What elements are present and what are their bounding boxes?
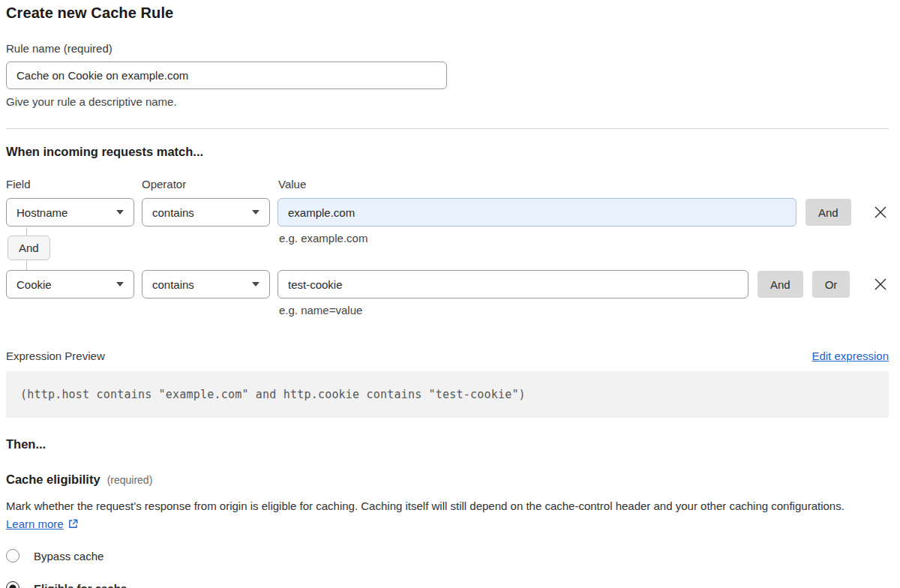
field-select-value: Hostname <box>16 206 68 219</box>
and-condition-button[interactable]: And <box>758 271 803 298</box>
chevron-down-icon <box>116 210 124 214</box>
edit-expression-link[interactable]: Edit expression <box>812 350 889 362</box>
remove-condition-button[interactable] <box>872 204 889 220</box>
cache-eligibility-heading: Cache eligibility <box>6 472 100 487</box>
value-input[interactable] <box>278 270 748 298</box>
match-heading: When incoming requests match... <box>6 145 889 159</box>
field-select[interactable]: Hostname <box>6 198 134 226</box>
then-heading: Then... <box>6 437 889 452</box>
expression-preview-header: Expression Preview Edit expression <box>6 350 889 362</box>
field-column-label: Field <box>6 178 142 190</box>
radio-label: Eligible for cache <box>34 582 127 588</box>
operator-select-value: contains <box>152 206 194 219</box>
operator-select[interactable]: contains <box>142 198 270 226</box>
section-divider <box>6 128 889 129</box>
connector-line <box>26 260 27 270</box>
operator-column-label: Operator <box>142 178 278 190</box>
value-hint: e.g. example.com <box>279 232 368 244</box>
expression-preview-label: Expression Preview <box>6 350 105 362</box>
cache-eligibility-header: Cache eligibility (required) <box>6 472 889 487</box>
condition-connector-area: And e.g. example.com <box>6 226 889 270</box>
value-hint: e.g. name=value <box>279 304 889 316</box>
external-link-icon <box>68 517 79 535</box>
operator-select-value: contains <box>152 278 194 291</box>
chevron-down-icon <box>252 210 260 214</box>
value-input[interactable] <box>278 198 796 226</box>
create-cache-rule-form: Create new Cache Rule Rule name (require… <box>6 4 889 588</box>
rule-name-input[interactable] <box>6 62 447 89</box>
learn-more-link[interactable]: Learn more <box>6 518 64 530</box>
value-column-label: Value <box>278 178 306 190</box>
or-condition-button[interactable]: Or <box>812 271 850 298</box>
remove-condition-button[interactable] <box>872 276 889 292</box>
rule-name-help: Give your rule a descriptive name. <box>6 95 889 108</box>
expression-code: (http.host contains "example.com" and ht… <box>20 388 526 401</box>
radio-icon[interactable] <box>6 581 20 588</box>
chevron-down-icon <box>252 282 260 286</box>
required-note: (required) <box>107 474 153 486</box>
page-title: Create new Cache Rule <box>6 4 889 22</box>
radio-option-bypass-cache[interactable]: Bypass cache <box>6 549 889 562</box>
condition-row-2: Cookie contains And Or <box>6 270 889 298</box>
field-select-value: Cookie <box>16 278 52 291</box>
close-icon <box>874 206 887 219</box>
rule-name-label: Rule name (required) <box>6 42 889 55</box>
cache-eligibility-description: Mark whether the request’s response from… <box>6 497 876 535</box>
description-text: Mark whether the request’s response from… <box>6 500 844 512</box>
connector-and-toggle[interactable]: And <box>8 236 50 260</box>
field-select[interactable]: Cookie <box>6 270 134 298</box>
and-condition-button[interactable]: And <box>806 199 851 226</box>
radio-label: Bypass cache <box>34 550 104 562</box>
condition-row-1: Hostname contains And <box>6 198 889 226</box>
condition-column-headers: Field Operator Value <box>6 178 889 190</box>
expression-code-block: (http.host contains "example.com" and ht… <box>6 371 889 418</box>
close-icon <box>874 278 887 291</box>
operator-select[interactable]: contains <box>142 270 270 298</box>
radio-option-eligible-for-cache[interactable]: Eligible for cache <box>6 581 889 588</box>
radio-icon[interactable] <box>6 549 20 562</box>
chevron-down-icon <box>116 282 124 286</box>
